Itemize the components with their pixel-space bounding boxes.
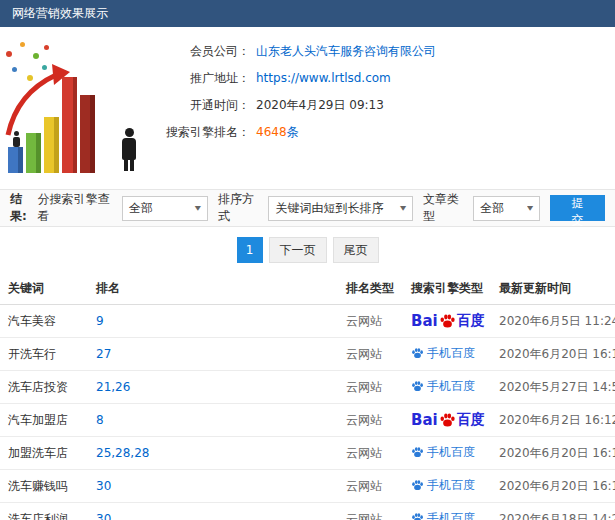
page-number-current[interactable]: 1 xyxy=(237,237,263,263)
keyword-cell: 洗车店投资 xyxy=(0,371,88,404)
rank-type-cell: 云网站 xyxy=(338,371,403,404)
chart-bar xyxy=(26,133,41,173)
baidu-logo: Bai百度 xyxy=(411,411,485,429)
baidu-paw-icon xyxy=(439,313,456,330)
table-row: 汽车加盟店 8 云网站 Bai百度 2020年6月2日 16:12 xyxy=(0,404,615,437)
updated-cell: 2020年6月20日 16:11 xyxy=(491,437,615,470)
page-title: 网络营销效果展示 xyxy=(12,5,108,22)
last-page-button[interactable]: 尾页 xyxy=(333,237,379,263)
engine-select-value: 全部 xyxy=(129,200,153,217)
summary-section: 会员公司： 山东老人头汽车服务咨询有限公司 推广地址： https://www.… xyxy=(0,27,615,189)
baidu-logo: Bai百度 xyxy=(411,312,485,330)
sort-filter-label: 排序方式 xyxy=(218,191,263,225)
rank-cell[interactable]: 30 xyxy=(88,503,338,520)
rank-type-cell: 云网站 xyxy=(338,305,403,338)
ranking-table: 关键词 排名 排名类型 搜索引擎类型 最新更新时间 汽车美容 9 云网站 Bai… xyxy=(0,273,615,520)
mobile-baidu-label: 手机百度 xyxy=(427,444,475,461)
engine-cell: 手机百度 xyxy=(403,338,491,371)
filter-groups: 分搜索引擎查看 全部 ▼ 排序方式 关键词由短到长排序 ▼ 文章类型 全部 ▼ … xyxy=(38,191,605,225)
submit-button[interactable]: 提交 xyxy=(550,195,605,221)
baidu-paw-icon xyxy=(411,347,424,360)
decorative-dot xyxy=(20,42,25,47)
header-keyword: 关键词 xyxy=(0,273,88,305)
keyword-cell: 汽车美容 xyxy=(0,305,88,338)
member-info: 会员公司： 山东老人头汽车服务咨询有限公司 推广地址： https://www.… xyxy=(150,33,615,183)
chart-bar xyxy=(62,77,77,173)
person-figure-small xyxy=(10,131,22,147)
updated-cell: 2020年5月27日 14:58 xyxy=(491,371,615,404)
chart-bar xyxy=(80,95,95,173)
article-type-filter-group: 文章类型 全部 ▼ xyxy=(423,191,540,225)
rank-cell[interactable]: 30 xyxy=(88,470,338,503)
open-time-value: 2020年4月29日 09:13 xyxy=(256,97,384,114)
mobile-baidu-label: 手机百度 xyxy=(427,378,475,395)
rank-count-label: 搜索引擎排名： xyxy=(150,124,250,141)
rank-cell[interactable]: 21,26 xyxy=(88,371,338,404)
filter-bar: 结果: 分搜索引擎查看 全部 ▼ 排序方式 关键词由短到长排序 ▼ 文章类型 全… xyxy=(0,189,615,227)
sort-select[interactable]: 关键词由短到长排序 ▼ xyxy=(268,196,413,221)
rank-type-cell: 云网站 xyxy=(338,470,403,503)
chart-bar xyxy=(8,147,23,173)
rank-cell[interactable]: 25,28,28 xyxy=(88,437,338,470)
info-row-url: 推广地址： https://www.lrtlsd.com xyxy=(150,70,615,87)
keyword-cell: 洗车赚钱吗 xyxy=(0,470,88,503)
baidu-logo-cn: 百度 xyxy=(457,411,485,429)
table-row: 洗车店利润 30 云网站 手机百度 2020年6月18日 14:27 xyxy=(0,503,615,520)
baidu-logo-cn: 百度 xyxy=(457,312,485,330)
keyword-cell: 开洗车行 xyxy=(0,338,88,371)
results-section-label: 结果: xyxy=(10,191,38,225)
sort-filter-group: 排序方式 关键词由短到长排序 ▼ xyxy=(218,191,413,225)
mobile-baidu-logo: 手机百度 xyxy=(411,345,475,362)
article-type-select[interactable]: 全部 ▼ xyxy=(473,196,540,221)
updated-cell: 2020年6月2日 16:12 xyxy=(491,404,615,437)
rank-cell[interactable]: 8 xyxy=(88,404,338,437)
table-header-row: 关键词 排名 排名类型 搜索引擎类型 最新更新时间 xyxy=(0,273,615,305)
mobile-baidu-label: 手机百度 xyxy=(427,345,475,362)
chart-bars xyxy=(8,77,95,173)
table-row: 洗车店投资 21,26 云网站 手机百度 2020年5月27日 14:58 xyxy=(0,371,615,404)
updated-cell: 2020年6月20日 16:13 xyxy=(491,470,615,503)
decorative-dot xyxy=(44,45,49,50)
rank-cell[interactable]: 9 xyxy=(88,305,338,338)
mobile-baidu-label: 手机百度 xyxy=(427,477,475,494)
engine-filter-label: 分搜索引擎查看 xyxy=(38,191,117,225)
header-engine-type: 搜索引擎类型 xyxy=(403,273,491,305)
engine-cell: 手机百度 xyxy=(403,470,491,503)
baidu-paw-icon xyxy=(411,446,424,459)
promo-url-link[interactable]: https://www.lrtlsd.com xyxy=(256,70,391,87)
decorative-dot xyxy=(6,51,12,57)
app-header: 网络营销效果展示 xyxy=(0,0,615,27)
baidu-paw-icon xyxy=(411,479,424,492)
chevron-down-icon: ▼ xyxy=(527,204,533,211)
baidu-logo-latin: Bai xyxy=(411,411,438,429)
engine-filter-group: 分搜索引擎查看 全部 ▼ xyxy=(38,191,208,225)
baidu-logo-latin: Bai xyxy=(411,312,438,330)
keyword-cell: 加盟洗车店 xyxy=(0,437,88,470)
updated-cell: 2020年6月5日 11:24 xyxy=(491,305,615,338)
engine-select[interactable]: 全部 ▼ xyxy=(122,196,208,221)
rank-count-unit: 条 xyxy=(287,124,299,141)
chart-bar xyxy=(44,117,59,173)
engine-cell: 手机百度 xyxy=(403,437,491,470)
article-type-label: 文章类型 xyxy=(423,191,468,225)
header-rank-type: 排名类型 xyxy=(338,273,403,305)
mobile-baidu-logo: 手机百度 xyxy=(411,477,475,494)
info-row-open-time: 开通时间： 2020年4月29日 09:13 xyxy=(150,97,615,114)
header-rank: 排名 xyxy=(88,273,338,305)
chevron-down-icon: ▼ xyxy=(400,204,406,211)
rank-count-value: 4648 xyxy=(256,124,287,141)
rank-cell[interactable]: 27 xyxy=(88,338,338,371)
baidu-paw-icon xyxy=(439,412,456,429)
table-row: 加盟洗车店 25,28,28 云网站 手机百度 2020年6月20日 16:11 xyxy=(0,437,615,470)
open-time-label: 开通时间： xyxy=(150,97,250,114)
mobile-baidu-label: 手机百度 xyxy=(427,510,475,520)
next-page-button[interactable]: 下一页 xyxy=(269,237,327,263)
rank-type-cell: 云网站 xyxy=(338,503,403,520)
rank-type-cell: 云网站 xyxy=(338,338,403,371)
pagination: 1 下一页 尾页 xyxy=(0,237,615,263)
engine-cell: Bai百度 xyxy=(403,404,491,437)
company-link[interactable]: 山东老人头汽车服务咨询有限公司 xyxy=(256,43,436,60)
rank-type-cell: 云网站 xyxy=(338,404,403,437)
table-row: 开洗车行 27 云网站 手机百度 2020年6月20日 16:16 xyxy=(0,338,615,371)
header-updated: 最新更新时间 xyxy=(491,273,615,305)
